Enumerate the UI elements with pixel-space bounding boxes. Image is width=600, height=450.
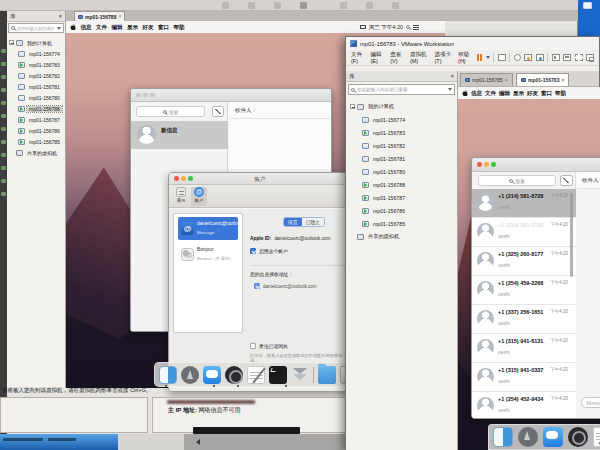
downloads-stack-icon[interactable] [291,366,309,384]
messages-search-input[interactable]: 搜索 [478,175,556,186]
menu-item[interactable]: 好友 [143,24,154,30]
menu-item[interactable]: 好友 [527,90,538,97]
close-window-button[interactable] [477,162,482,167]
close-icon[interactable]: × [505,78,508,83]
imessage-input[interactable]: iMessage [581,397,600,408]
launchpad-icon[interactable] [518,427,538,447]
messages-icon[interactable] [203,366,221,384]
vm-tree-item[interactable]: mp01-156774 [7,48,65,59]
vm-tree-item[interactable]: mp01-156787 [7,114,65,125]
close-icon[interactable]: × [118,14,121,19]
close-window-button[interactable] [136,93,141,98]
conversation-row[interactable]: +1 (337) 256-1651 下午4:20 ceshi [472,305,576,334]
vm-tree-item[interactable]: mp01-156781 [7,81,65,92]
vm-tree-item[interactable]: mp01-156781 [346,152,457,165]
toolbar-icon[interactable] [248,2,255,9]
menu-item[interactable]: 查看(V) [390,51,404,64]
display-status-icon[interactable] [360,25,366,30]
apple-menu-icon[interactable] [70,24,76,31]
messages-icon[interactable] [543,427,563,447]
revert-snapshot-icon[interactable] [514,54,521,61]
conversation-row[interactable]: +1 (214) 581-8728 下午4:20 ceshi [472,218,576,247]
finder-icon[interactable] [159,366,177,384]
suspend-button[interactable] [477,54,482,61]
tab-general[interactable]: 通用 [173,187,189,206]
conversation-row[interactable]: +1 (254) 459-2268 下午4:20 ceshi [472,276,576,305]
menu-item[interactable]: 信息 [81,24,92,30]
minimize-window-button[interactable] [484,162,489,167]
menu-item[interactable]: 编辑 [499,90,510,97]
terminal-icon[interactable] [269,366,287,384]
chevron-down-icon[interactable] [448,88,452,91]
finder-icon[interactable] [493,427,513,447]
textedit-icon[interactable] [247,366,265,384]
menu-item[interactable]: 编辑 [112,24,123,30]
launchpad-icon[interactable] [181,366,199,384]
menu-item[interactable]: 显示 [513,90,524,97]
vm-tree-item[interactable]: mp01-156782 [7,70,65,81]
unity-icon[interactable] [586,54,594,61]
notification-center-icon[interactable] [413,25,419,30]
conversation-row[interactable]: +1 (315) 941-0337 下午4:20 ceshi [472,363,576,392]
account-item-imessage[interactable]: @ danielcuezc@outlo… Message [178,217,238,240]
library-close-icon[interactable]: × [451,73,454,79]
menu-item[interactable]: 窗口 [541,90,552,97]
tree-node-shared-vms[interactable]: 共享的虚拟机 [7,147,65,158]
vm-tab-active[interactable]: mp01-156788 × [74,11,125,21]
progress-bar[interactable] [0,434,118,450]
vmware1-toolbar-strip[interactable] [0,0,578,11]
manage-snapshots-icon[interactable] [536,54,544,61]
toolbar-icon[interactable] [300,2,307,9]
menu-item[interactable]: 信息 [471,90,482,97]
vm-tree-item[interactable]: mp01-156785 [346,217,457,230]
conversation-row[interactable]: +1 (214) 581-8728 下午4:20 ceshi [472,189,576,218]
vm-tree-item[interactable]: mp01-156788 [346,178,457,191]
menu-item[interactable]: 帮助 [174,24,185,30]
conversation-row[interactable]: +1 (325) 260-8177 下午4:20 ceshi [472,247,576,276]
menu-item[interactable]: 编辑(E) [370,51,384,64]
menu-item[interactable]: 文件 [485,90,496,97]
scrollbar-thumb[interactable] [193,427,300,434]
spotlight-icon[interactable] [406,25,410,29]
collapse-icon[interactable] [350,104,355,109]
menu-item[interactable]: 虚拟机(M) [410,51,429,64]
tree-node-my-computer[interactable]: 我的计算机 [7,37,65,48]
toolbar-icon[interactable] [366,2,373,9]
textedit-icon[interactable] [593,427,600,447]
library-search-input[interactable]: 在此处输入内容进行搜索 [8,23,64,33]
vm-tree-item[interactable]: mp01-156780 [7,92,65,103]
menu-item[interactable]: 显示 [127,24,138,30]
menu-bar-clock[interactable]: 周三 下午4:20 [369,24,403,31]
chevron-down-icon[interactable] [57,27,61,30]
vm-tree-item[interactable]: mp01-156786 [7,125,65,136]
compose-button[interactable] [560,175,573,186]
vm-tree-item[interactable]: mp01-156785 [7,136,65,147]
scrollbar-thumb[interactable] [570,193,573,277]
close-icon[interactable]: × [561,78,564,83]
console-view-icon[interactable] [563,54,571,61]
toolbar-icon[interactable] [392,2,399,9]
send-ctrl-alt-del-icon[interactable] [498,54,506,61]
menu-item[interactable]: 文件 [96,24,107,30]
documents-folder-icon[interactable] [318,366,336,384]
enable-account-checkbox[interactable] [250,248,256,254]
conversation-row-selected[interactable]: 新信息 [131,121,228,149]
vm-tree-item[interactable]: mp01-156786 [346,204,457,217]
vm-tree-item[interactable]: mp01-156774 [346,113,457,126]
zoom-window-button[interactable] [491,162,496,167]
take-snapshot-icon[interactable] [524,54,532,61]
vm-tab[interactable]: mp01-156785 × [460,73,513,86]
tree-node-my-computer[interactable]: 我的计算机 [346,100,457,113]
to-field[interactable]: 收件人： [235,107,257,114]
vm-tree-item[interactable]: mp01-156783 [7,59,65,70]
toolbar-icon[interactable] [340,2,347,9]
vm-tree-item[interactable]: mp01-156787 [346,191,457,204]
tab-accounts[interactable]: @ 帐户 [191,187,207,206]
vmware2-title-bar[interactable]: mp01-156783 - VMware Workstation [346,37,599,50]
vm-tree-item[interactable]: mp01-156782 [346,139,457,152]
chevron-down-icon[interactable] [486,56,490,59]
reach-address-checkbox[interactable] [254,283,260,289]
vm-tree-item[interactable]: mp01-156788 [7,103,65,114]
segment-settings[interactable]: 设置 [284,218,302,226]
account-item-bonjour[interactable]: Bonjour Bonjour（不适用） [178,243,238,266]
